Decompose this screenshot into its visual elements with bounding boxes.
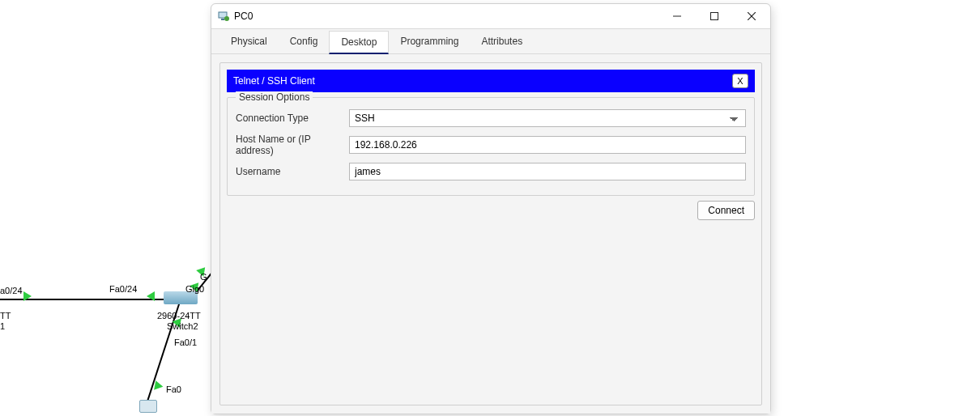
maximize-button[interactable] <box>696 4 733 28</box>
desktop-app-frame: Telnet / SSH Client X Session Options Co… <box>219 62 762 405</box>
group-legend: Session Options <box>236 91 313 103</box>
port-label: Gig0 <box>185 284 204 294</box>
panel-title: Telnet / SSH Client <box>233 75 315 87</box>
port-label: Fa0 <box>166 384 181 394</box>
device-label: Switch2 <box>167 321 198 331</box>
tab-physical[interactable]: Physical <box>219 31 279 53</box>
window-title: PC0 <box>234 11 253 22</box>
pc0-window: PC0 Physical Config Desktop Programming … <box>211 3 771 414</box>
username-label: Username <box>236 166 349 177</box>
host-label: Host Name or (IP address) <box>236 134 349 156</box>
window-titlebar[interactable]: PC0 <box>211 4 770 28</box>
app-icon <box>218 11 229 22</box>
tab-attributes[interactable]: Attributes <box>470 31 534 53</box>
username-input[interactable] <box>349 163 746 180</box>
svg-rect-1 <box>221 19 224 20</box>
telnet-ssh-panel-header: Telnet / SSH Client X <box>227 70 755 92</box>
close-button[interactable] <box>733 4 770 28</box>
tab-config[interactable]: Config <box>279 31 330 53</box>
tab-desktop[interactable]: Desktop <box>329 31 389 54</box>
tab-bar: Physical Config Desktop Programming Attr… <box>211 28 770 54</box>
host-input[interactable] <box>349 136 746 154</box>
port-label: a0/24 <box>0 286 23 295</box>
svg-point-2 <box>224 16 229 21</box>
connection-type-label: Connection Type <box>236 112 349 124</box>
device-label: 1 <box>0 321 5 331</box>
connection-type-select[interactable]: SSH <box>349 109 746 127</box>
panel-close-button[interactable]: X <box>732 74 748 88</box>
port-label: Fa0/24 <box>109 284 137 294</box>
tab-programming[interactable]: Programming <box>389 31 470 53</box>
port-label: Fa0/1 <box>174 337 197 347</box>
device-label: 2960-24TT <box>157 311 201 320</box>
svg-rect-4 <box>711 13 718 20</box>
session-options-group: Session Options Connection Type SSH Host… <box>227 97 755 196</box>
connect-button[interactable]: Connect <box>697 201 755 220</box>
port-label: G <box>200 272 207 282</box>
device-label: TT <box>0 311 11 320</box>
minimize-button[interactable] <box>658 4 696 28</box>
